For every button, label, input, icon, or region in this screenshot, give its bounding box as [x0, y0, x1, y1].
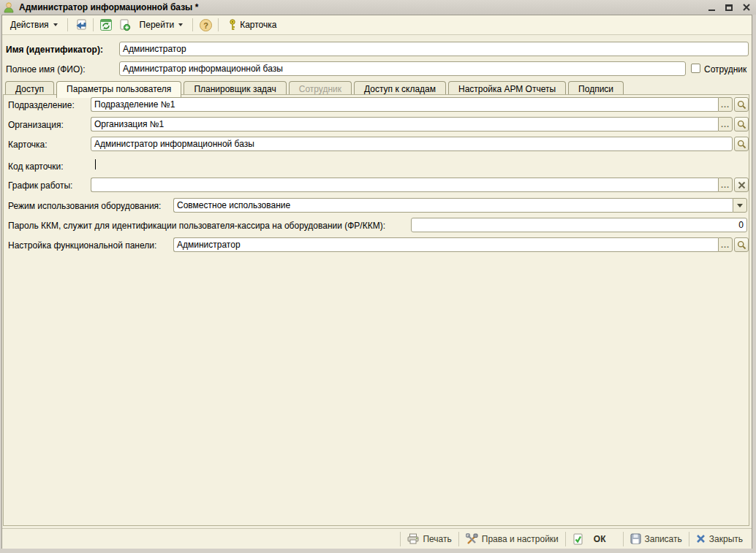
- chevron-down-icon: [53, 23, 58, 26]
- name-input[interactable]: Администратор: [119, 42, 749, 56]
- footer-separator: [458, 532, 459, 546]
- goto-menu-button[interactable]: Перейти: [135, 18, 189, 32]
- equipment-mode-select[interactable]: Совместное использование: [173, 198, 733, 213]
- magnifier-icon[interactable]: [734, 137, 749, 151]
- card-button[interactable]: Карточка: [223, 17, 281, 33]
- tab-user-parameters[interactable]: Параметры пользователя: [56, 81, 181, 98]
- organization-label: Организация:: [8, 120, 64, 130]
- actions-menu-label: Действия: [10, 20, 49, 30]
- clear-x-icon[interactable]: [734, 178, 749, 192]
- name-label: Имя (идентификатор):: [6, 45, 103, 55]
- kkm-password-input[interactable]: 0: [411, 218, 747, 232]
- close-x-icon: [696, 534, 706, 544]
- tools-icon: [466, 533, 478, 545]
- ok-button-label: ОК: [594, 534, 606, 544]
- footer-separator: [623, 532, 624, 546]
- card-button-label: Карточка: [240, 20, 276, 30]
- function-panel-setup-input[interactable]: Администратор: [173, 237, 718, 252]
- employee-checkbox-label: Сотрудник: [704, 64, 746, 75]
- title-bar: Администратор информационной базы *: [0, 0, 756, 15]
- magnifier-icon[interactable]: [734, 117, 749, 131]
- close-button[interactable]: Закрыть: [693, 533, 746, 546]
- card-label: Карточка:: [8, 140, 48, 150]
- footer-separator: [689, 532, 689, 546]
- close-button-label: Закрыть: [709, 534, 743, 544]
- window-border-bottom: [0, 549, 756, 553]
- work-schedule-label: График работы:: [8, 180, 72, 191]
- window-title: Администратор информационной базы *: [19, 2, 198, 12]
- rights-settings-button[interactable]: Права и настройки: [463, 532, 562, 546]
- footer-separator: [400, 532, 401, 546]
- toolbar-separator: [192, 18, 193, 31]
- kkm-password-label: Пароль ККМ, служит для идентификации пол…: [8, 221, 385, 231]
- svg-text:?: ?: [203, 20, 208, 29]
- toolbar-separator: [218, 18, 219, 31]
- fullname-input[interactable]: Администратор информационной базы: [119, 61, 686, 76]
- select-button[interactable]: ...: [718, 178, 733, 192]
- function-panel-setup-field: Администратор ...: [173, 237, 749, 252]
- button-bar: Печать Права и настройки ОК: [2, 528, 752, 549]
- toolbar-separator: [93, 18, 94, 31]
- reread-icon[interactable]: [72, 18, 88, 32]
- department-label: Подразделение:: [8, 100, 75, 110]
- close-icon[interactable]: [741, 2, 752, 12]
- department-input[interactable]: Подразделение №1: [91, 97, 718, 112]
- footer-separator: [565, 532, 566, 546]
- print-button-label: Печать: [423, 534, 451, 544]
- actions-menu-button[interactable]: Действия: [5, 18, 63, 32]
- goto-menu-label: Перейти: [140, 20, 175, 30]
- magnifier-icon[interactable]: [734, 237, 749, 252]
- card-code-input[interactable]: [91, 157, 749, 172]
- card-field: Администратор информационной базы: [91, 137, 749, 151]
- select-button[interactable]: ...: [718, 237, 733, 252]
- department-field: Подразделение №1 ...: [91, 97, 749, 112]
- copy-add-icon[interactable]: [116, 18, 132, 32]
- minimize-icon[interactable]: [706, 2, 717, 12]
- ok-button[interactable]: ОК: [570, 532, 619, 546]
- save-button-label: Записать: [645, 534, 682, 544]
- rights-settings-label: Права и настройки: [482, 534, 559, 544]
- toolbar-separator: [67, 18, 68, 31]
- window-border-right: [752, 15, 756, 549]
- card-code-label: Код карточки:: [8, 161, 64, 172]
- employee-checkbox[interactable]: [691, 64, 700, 73]
- equipment-mode-field: Совместное использование: [173, 198, 747, 213]
- floppy-icon: [630, 533, 641, 544]
- card-input[interactable]: Администратор информационной базы: [91, 137, 733, 151]
- help-icon[interactable]: ?: [197, 18, 213, 32]
- organization-field: Организация №1 ...: [91, 117, 749, 131]
- organization-input[interactable]: Организация №1: [91, 117, 718, 131]
- print-button[interactable]: Печать: [404, 532, 454, 546]
- dropdown-arrow-icon[interactable]: [733, 198, 747, 213]
- function-panel-setup-label: Настройка функциональной панели:: [8, 240, 156, 251]
- chevron-down-icon: [178, 23, 183, 26]
- check-icon: [572, 533, 583, 545]
- maximize-icon[interactable]: [724, 2, 734, 12]
- select-button[interactable]: ...: [718, 97, 733, 112]
- refresh-values-icon[interactable]: [98, 18, 114, 32]
- magnifier-icon[interactable]: [734, 97, 749, 112]
- save-button[interactable]: Записать: [627, 532, 685, 546]
- work-schedule-field: ...: [91, 178, 749, 192]
- key-icon: [228, 19, 237, 31]
- user-icon: [3, 1, 15, 13]
- fullname-label: Полное имя (ФИО):: [6, 64, 86, 75]
- printer-icon: [407, 533, 419, 544]
- select-button[interactable]: ...: [718, 117, 733, 131]
- equipment-mode-label: Режим использования оборудования:: [8, 201, 161, 211]
- work-schedule-input[interactable]: [91, 178, 718, 192]
- toolbar: Действия Перейти: [2, 15, 752, 35]
